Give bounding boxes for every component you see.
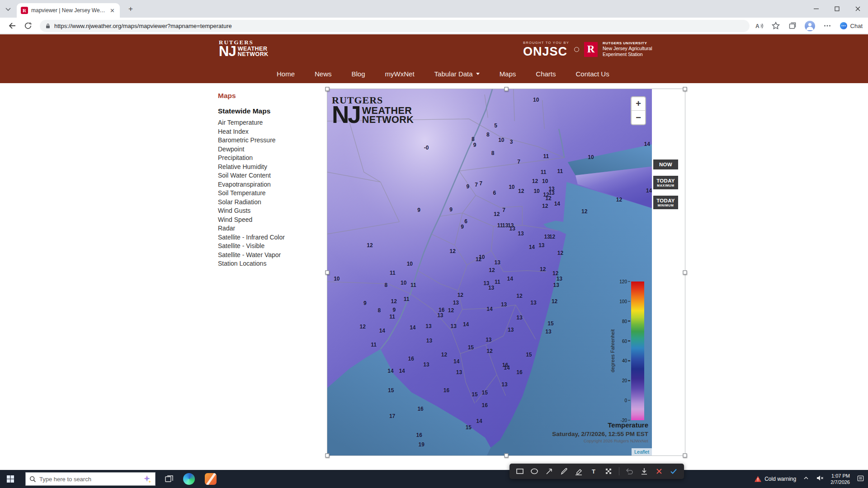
station-temp: 10 — [533, 97, 539, 103]
search-input[interactable] — [39, 476, 139, 483]
nav-item-contact-us[interactable]: Contact Us — [576, 70, 609, 78]
station-temp: 13 — [486, 337, 491, 343]
zoom-out-button[interactable]: − — [632, 111, 645, 124]
station-temp: 12 — [476, 256, 481, 263]
today-maximum-button[interactable]: TODAY MAXIMUM — [653, 176, 678, 189]
profile-avatar[interactable] — [805, 21, 815, 31]
nav-item-mywxnet[interactable]: myWxNet — [385, 70, 415, 78]
tab-close-icon[interactable]: ✕ — [109, 7, 116, 14]
station-temp: 15 — [482, 389, 488, 396]
station-temp: 13 — [553, 282, 559, 288]
read-aloud-icon[interactable]: A — [755, 21, 764, 30]
download-tool[interactable] — [640, 467, 649, 476]
selection-handle[interactable] — [683, 454, 687, 458]
ellipse-tool[interactable] — [530, 467, 539, 476]
refresh-icon[interactable] — [24, 21, 33, 30]
sidebar-item-wind-speed[interactable]: Wind Speed — [218, 216, 322, 223]
taskbar-search[interactable] — [25, 472, 156, 486]
sidebar-item-heat-index[interactable]: Heat Index — [218, 128, 322, 135]
back-icon[interactable] — [7, 21, 16, 30]
map-copyright: Copyright 2026 Rutgers NJWxNet — [552, 438, 648, 443]
station-temp: 16 — [516, 369, 522, 375]
nav-item-home[interactable]: Home — [277, 70, 295, 78]
close-icon[interactable] — [847, 0, 868, 18]
selection-handle[interactable] — [683, 87, 687, 91]
today-min-label: TODAY — [654, 198, 677, 203]
station-temp: 14 — [387, 368, 393, 374]
edge-icon[interactable] — [179, 470, 199, 488]
sidebar-item-relative-humidity[interactable]: Relative Humidity — [218, 164, 322, 170]
tab-search-icon[interactable] — [5, 5, 12, 13]
sidebar-item-satellite-water-vapor[interactable]: Satellite - Water Vapor — [218, 252, 322, 258]
leaflet-attribution[interactable]: Leaflet — [632, 448, 652, 455]
collections-icon[interactable] — [788, 21, 797, 30]
legend-tick-dash — [628, 281, 630, 282]
main-nav: HomeNewsBlogmyWxNetTabular DataMapsChart… — [277, 70, 609, 78]
text-tool[interactable]: T — [589, 467, 598, 476]
sidebar-item-barometric-pressure[interactable]: Barometric Pressure — [218, 137, 322, 143]
nav-item-maps[interactable]: Maps — [500, 70, 516, 78]
pen-tool[interactable] — [560, 467, 569, 476]
sidebar-item-precipitation[interactable]: Precipitation — [218, 155, 322, 161]
nav-item-charts[interactable]: Charts — [536, 70, 556, 78]
station-temp: 12 — [540, 266, 546, 272]
sidebar-item-soil-temperature[interactable]: Soil Temperature — [218, 190, 322, 196]
station-temp: 14 — [644, 141, 650, 147]
sidebar-item-wind-gusts[interactable]: Wind Gusts — [218, 207, 322, 214]
nav-item-news[interactable]: News — [315, 70, 332, 78]
station-temp: 10 — [509, 184, 514, 190]
browser-tab[interactable]: R mapviewer | New Jersey Weather ✕ — [17, 3, 120, 18]
sidebar-item-evapotranspiration[interactable]: Evapotranspiration — [218, 181, 322, 188]
sidebar-item-radar[interactable]: Radar — [218, 225, 322, 231]
station-temp: 16 — [482, 402, 488, 408]
tray-chevron-icon[interactable] — [803, 475, 809, 483]
sidebar-item-satellite-visible[interactable]: Satellite - Visible — [218, 243, 322, 249]
action-center-icon[interactable] — [857, 474, 864, 484]
site-logo[interactable]: RUTGERS NJ WEATHER NETWORK — [219, 39, 269, 58]
nav-item-blog[interactable]: Blog — [352, 70, 365, 78]
station-temp: 13 — [530, 300, 536, 306]
new-tab-icon[interactable]: + — [126, 4, 136, 14]
undo-tool[interactable] — [625, 467, 634, 476]
cold-warning-toast[interactable]: Cold warning — [754, 475, 796, 483]
start-icon[interactable] — [0, 470, 21, 488]
zoom-in-button[interactable]: + — [632, 97, 645, 111]
chat-button[interactable]: Chat — [840, 22, 863, 30]
task-view-icon[interactable] — [159, 470, 179, 488]
rectangle-tool[interactable] — [515, 467, 524, 476]
sidebar-item-solar-radiation[interactable]: Solar Radiation — [218, 199, 322, 205]
today-minimum-button[interactable]: TODAY MINIMUM — [653, 196, 678, 209]
selection-handle[interactable] — [683, 270, 687, 274]
app-icon[interactable] — [201, 470, 221, 488]
sidebar-item-satellite-infrared-color[interactable]: Satellite - Infrared Color — [218, 234, 322, 240]
highlighter-tool[interactable] — [574, 467, 583, 476]
sidebar-item-station-locations[interactable]: Station Locations — [218, 260, 322, 267]
minimize-icon[interactable] — [806, 0, 826, 18]
station-temp: 10 — [407, 261, 413, 267]
nav-item-tabular-data[interactable]: Tabular Data — [434, 70, 480, 78]
blur-tool[interactable] — [604, 467, 613, 476]
station-temp: 13 — [456, 369, 462, 375]
now-button[interactable]: NOW — [653, 160, 678, 169]
brought-to-you-by: BROUGHT TO YOU BY — [523, 41, 569, 45]
temperature-map[interactable]: 105881039-081110714111112101313977610121… — [327, 89, 652, 455]
station-temp: 11 — [371, 342, 377, 348]
sidebar-item-soil-water-content[interactable]: Soil Water Content — [218, 172, 322, 178]
cancel-tool[interactable] — [655, 467, 664, 476]
speaker-muted-icon[interactable] — [816, 474, 824, 483]
search-icon — [29, 476, 36, 483]
arrow-tool[interactable] — [545, 467, 554, 476]
station-temp: 12 — [516, 293, 522, 299]
favorites-star-icon[interactable] — [771, 21, 780, 30]
address-b​ar[interactable]: https://www.njweather.org/maps/mapviewer… — [40, 20, 750, 32]
maximize-icon[interactable] — [826, 0, 847, 18]
station-temp: 14 — [463, 321, 469, 328]
more-options-icon[interactable] — [823, 21, 832, 30]
sidebar-item-dewpoint[interactable]: Dewpoint — [218, 146, 322, 152]
legend-tick-label: 100 — [618, 299, 627, 304]
taskbar-clock[interactable]: 1:07 PM 2/7/2026 — [830, 473, 850, 486]
station-temp: 12 — [486, 348, 492, 354]
sidebar-item-air-temperature[interactable]: Air Temperature — [218, 119, 322, 126]
station-temp: 12 — [518, 188, 524, 194]
confirm-tool[interactable] — [669, 467, 678, 476]
